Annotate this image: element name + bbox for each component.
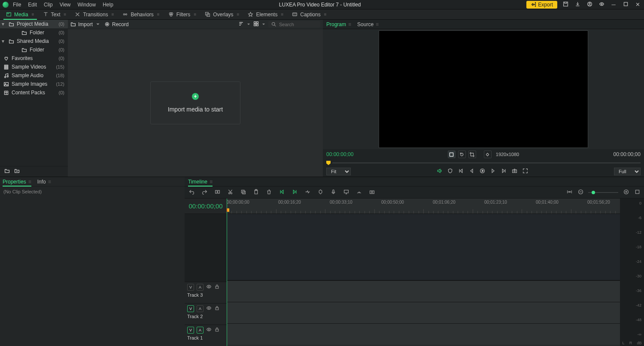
track-audio-toggle[interactable]: A [197,305,204,312]
sidebar-item-content-packs[interactable]: Content Packs (0) [0,88,68,97]
track-row[interactable] [227,280,620,302]
step-back-icon[interactable] [469,168,474,175]
timeline-playhead[interactable] [227,199,227,346]
goto-start-tl-icon[interactable] [278,189,285,196]
lock-aspect-icon[interactable] [484,150,492,158]
menu-window[interactable]: Window [78,2,96,8]
track-visibility-icon[interactable] [206,284,212,291]
tab-timeline[interactable]: Timeline≡ [188,179,213,185]
voiceover-icon[interactable] [330,189,337,196]
split-icon[interactable] [214,189,221,196]
tab-text[interactable]: Text ≡ [39,9,71,19]
tab-source[interactable]: Source≡ [357,21,379,27]
menu-view[interactable]: View [60,2,71,8]
track-lock-icon[interactable] [214,305,220,312]
sort-icon[interactable] [238,21,244,28]
record-button[interactable]: Record [104,21,129,27]
track-audio-toggle[interactable]: A [197,327,204,334]
chevron-down-icon[interactable] [247,24,250,25]
quality-select[interactable]: Full [614,168,641,175]
track-area[interactable]: 00;00:00;0000;00:16;2000;00:33;1000;00:5… [227,199,620,346]
track-video-toggle[interactable]: V [187,284,194,291]
import-media-card[interactable]: + Import media to start [150,81,240,124]
speed-icon[interactable] [355,189,362,196]
search-box[interactable] [268,21,320,27]
fit-timeline-icon[interactable] [566,189,573,196]
volume-icon[interactable] [437,168,442,175]
save-icon[interactable] [562,1,569,8]
track-visibility-icon[interactable] [206,327,212,334]
track-audio-toggle[interactable]: A [197,284,204,291]
tab-info[interactable]: Info≡ [37,179,51,185]
snapshot-tl-icon[interactable] [368,189,375,196]
tab-properties[interactable]: Properties≡ [3,179,31,185]
preview-scrubber[interactable] [323,159,644,166]
menu-edit[interactable]: Edit [28,2,37,8]
sidebar-item-folder[interactable]: Folder (0) [0,28,68,37]
render-preview-icon[interactable] [343,189,349,196]
minimize-button[interactable]: ─ [610,1,617,8]
safe-zone-icon[interactable] [447,168,453,175]
goto-end-tl-icon[interactable] [291,189,298,196]
tab-media[interactable]: Media ≡ [2,9,39,19]
maximize-button[interactable] [622,1,629,8]
sidebar-item-sample-videos[interactable]: Sample Videos (15) [0,63,68,71]
menu-clip[interactable]: Clip [44,2,53,8]
timeline-ruler[interactable]: 00;00:00;0000;00:16;2000;00:33;1000;00:5… [227,199,620,214]
tab-behaviors[interactable]: Behaviors ≡ [118,9,164,19]
timeline-settings-icon[interactable] [634,189,641,196]
step-forward-icon[interactable] [490,168,496,175]
zoom-in-icon[interactable] [623,189,629,196]
track-header-track-3[interactable]: V A Track 3 [185,282,227,303]
redo-icon[interactable] [201,189,208,196]
tab-overlays[interactable]: Overlays ≡ [200,9,243,19]
new-bin-icon[interactable] [14,168,20,175]
snapshot-icon[interactable] [512,168,517,175]
track-header-track-2[interactable]: V A Track 2 [185,303,227,325]
video-preview[interactable] [379,30,588,148]
sidebar-item-shared-media[interactable]: ▾ Shared Media (0) [0,37,68,45]
playhead-marker-icon[interactable] [326,161,331,165]
eye-icon[interactable] [598,1,605,8]
tab-program[interactable]: Program≡ [326,21,351,27]
crop-tool-icon[interactable] [468,150,476,158]
sidebar-item-sample-images[interactable]: Sample Images (12) [0,80,68,88]
fullscreen-icon[interactable] [522,168,528,175]
menu-file[interactable]: File [13,2,21,8]
timeline-empty-area[interactable] [227,214,620,280]
zoom-fit-select[interactable]: Fit [326,168,351,175]
download-icon[interactable] [574,1,581,8]
sidebar-item-favorites[interactable]: Favorites (0) [0,54,68,63]
track-visibility-icon[interactable] [206,305,212,312]
paste-icon[interactable] [252,189,259,196]
ripple-icon[interactable] [304,189,311,196]
import-button[interactable]: Import [70,21,100,27]
sidebar-item-project-media[interactable]: ▾ Project Media (0) [0,20,68,28]
track-row[interactable] [227,323,620,345]
account-icon[interactable] [586,1,593,8]
chevron-down-icon[interactable] [262,24,265,25]
track-header-track-1[interactable]: V A Track 1 [185,325,227,346]
tab-filters[interactable]: Filters ≡ [164,9,201,19]
tab-captions[interactable]: CC Captions ≡ [288,9,331,19]
sidebar-item-sample-audio[interactable]: Sample Audio (18) [0,71,68,80]
new-folder-icon[interactable] [4,168,10,175]
sidebar-item-folder[interactable]: Folder (0) [0,45,68,54]
marker-icon[interactable] [317,189,324,196]
zoom-out-icon[interactable] [577,189,584,196]
zoom-slider[interactable] [588,192,618,193]
track-row[interactable] [227,302,620,323]
copy-icon[interactable] [240,189,246,196]
track-video-toggle[interactable]: V [187,327,194,334]
close-button[interactable]: ✕ [634,1,641,8]
search-input[interactable] [279,22,318,27]
track-lock-icon[interactable] [214,284,220,291]
track-video-toggle[interactable]: V [187,305,194,312]
play-icon[interactable] [480,168,485,175]
cut-icon[interactable] [227,189,234,196]
delete-icon[interactable] [265,189,272,196]
undo-icon[interactable] [188,189,195,196]
rotate-tool-icon[interactable] [458,150,466,158]
goto-end-icon[interactable] [501,168,507,175]
grid-view-icon[interactable] [253,21,259,28]
